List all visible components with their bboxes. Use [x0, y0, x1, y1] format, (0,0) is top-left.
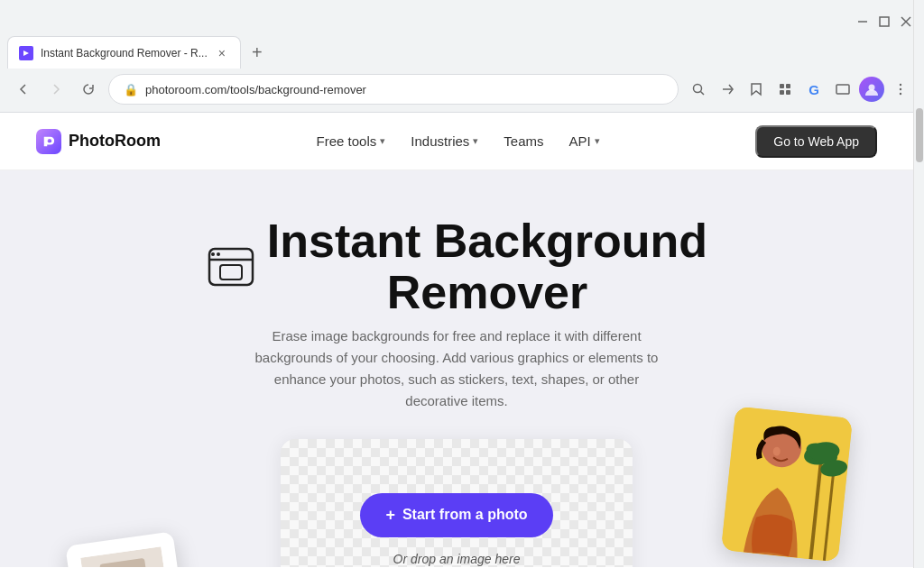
- hero-subtitle: Erase image backgrounds for free and rep…: [249, 325, 664, 412]
- logo[interactable]: PhotoRoom: [36, 129, 161, 154]
- svg-point-22: [217, 252, 220, 256]
- svg-rect-11: [836, 85, 849, 94]
- svg-point-4: [694, 85, 702, 93]
- go-to-webapp-button[interactable]: Go to Web App: [755, 125, 877, 158]
- svg-line-5: [701, 92, 705, 96]
- svg-point-13: [900, 84, 901, 86]
- svg-rect-20: [220, 265, 242, 279]
- svg-marker-6: [752, 84, 761, 95]
- lock-icon: 🔒: [124, 83, 138, 96]
- nav-teams[interactable]: Teams: [494, 126, 552, 156]
- upload-container: + Start from a photo Or drop an image he…: [18, 439, 895, 567]
- website-content: PhotoRoom Free tools ▾ Industries ▾ Team…: [0, 113, 924, 567]
- nav-industries-label: Industries: [411, 133, 469, 149]
- float-earrings-card: [65, 532, 188, 567]
- tab-close-button[interactable]: ×: [215, 46, 229, 60]
- start-from-photo-button[interactable]: + Start from a photo: [360, 493, 552, 537]
- nav-industries-chevron: ▾: [473, 135, 478, 147]
- google-account-icon[interactable]: G: [801, 77, 827, 102]
- url-text: photoroom.com/tools/background-remover: [145, 83, 366, 96]
- nav-teams-label: Teams: [504, 133, 543, 149]
- hero-title-line1: Instant Background: [267, 215, 707, 267]
- svg-point-12: [869, 85, 875, 91]
- hero-title-text: Instant Background Remover: [267, 215, 707, 318]
- earrings-illustration: [80, 547, 172, 567]
- svg-rect-1: [880, 17, 889, 26]
- scrollbar-thumb[interactable]: [916, 108, 923, 162]
- close-button[interactable]: [899, 14, 913, 29]
- url-bar[interactable]: 🔒 photoroom.com/tools/background-remover: [108, 74, 679, 105]
- browser-chrome: Instant Background Remover - R... × + 🔒 …: [0, 0, 924, 113]
- svg-rect-9: [780, 90, 784, 95]
- svg-point-17: [48, 138, 51, 142]
- back-button[interactable]: [11, 77, 36, 102]
- start-btn-label: Start from a photo: [402, 507, 528, 523]
- logo-text: PhotoRoom: [69, 132, 161, 151]
- share-icon[interactable]: [715, 77, 740, 102]
- address-bar: 🔒 photoroom.com/tools/background-remover…: [0, 69, 924, 113]
- window-controls[interactable]: [855, 14, 913, 29]
- nav-api-chevron: ▾: [595, 135, 600, 147]
- tab-bar: Instant Background Remover - R... × +: [0, 36, 924, 69]
- drop-text: Or drop an image here: [393, 552, 521, 566]
- drop-label: Or drop an image here: [393, 552, 521, 566]
- nav-api[interactable]: API ▾: [560, 126, 609, 156]
- nav-links: Free tools ▾ Industries ▾ Teams API ▾: [308, 126, 609, 156]
- title-bar: [0, 0, 924, 36]
- forward-button[interactable]: [43, 77, 69, 102]
- tab-favicon: [19, 46, 33, 60]
- hero-title-line2: Remover: [387, 266, 588, 318]
- svg-point-14: [900, 88, 901, 90]
- new-tab-button[interactable]: +: [245, 40, 270, 65]
- navbar: PhotoRoom Free tools ▾ Industries ▾ Team…: [0, 113, 913, 170]
- start-btn-plus: +: [385, 506, 395, 525]
- active-tab[interactable]: Instant Background Remover - R... ×: [7, 36, 241, 69]
- nav-industries[interactable]: Industries ▾: [402, 126, 487, 156]
- address-bar-icons: G: [686, 77, 913, 102]
- extensions-icon[interactable]: [772, 77, 798, 102]
- svg-rect-8: [786, 84, 790, 88]
- scrollbar[interactable]: [913, 0, 924, 568]
- logo-icon: [36, 129, 61, 154]
- menu-icon[interactable]: [888, 77, 913, 102]
- bookmark-icon[interactable]: [744, 77, 769, 102]
- search-icon[interactable]: [686, 77, 711, 102]
- cast-icon[interactable]: [830, 77, 855, 102]
- woman-illustration: [721, 407, 853, 563]
- svg-point-21: [211, 252, 215, 256]
- float-woman-card: [721, 407, 853, 563]
- hero-title-icon: [206, 245, 256, 289]
- nav-free-tools[interactable]: Free tools ▾: [308, 126, 395, 156]
- minimize-button[interactable]: [855, 14, 870, 29]
- profile-avatar[interactable]: [859, 77, 884, 102]
- svg-point-15: [900, 93, 901, 95]
- tab-title: Instant Background Remover - R...: [41, 47, 208, 60]
- nav-free-tools-chevron: ▾: [380, 135, 385, 147]
- nav-free-tools-label: Free tools: [317, 133, 377, 149]
- maximize-button[interactable]: [877, 14, 892, 29]
- hero-title: Instant Background Remover: [206, 215, 707, 318]
- reload-button[interactable]: [76, 77, 101, 102]
- hero-section: Instant Background Remover Erase image b…: [0, 170, 913, 567]
- svg-rect-10: [786, 90, 790, 95]
- svg-rect-7: [780, 84, 784, 88]
- nav-api-label: API: [569, 133, 591, 149]
- upload-card[interactable]: + Start from a photo Or drop an image he…: [281, 439, 633, 567]
